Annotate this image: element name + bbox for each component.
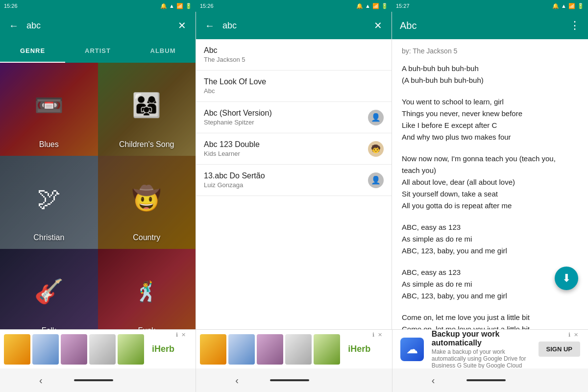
status-bar-1: 15:26 🔔 ▲ 📶 🔋 — [0, 0, 196, 12]
genre-item-childrens[interactable]: 👨‍👩‍👧 Children's Song — [98, 63, 196, 156]
nav-home-indicator-1 — [74, 379, 113, 381]
battery-icon-2: 🔋 — [381, 3, 388, 9]
song-title-4: 13.abc Do Sertão — [204, 172, 265, 180]
nav-back-button-2[interactable]: ‹ — [235, 375, 239, 386]
genre-item-country[interactable]: 🤠 Country — [98, 156, 196, 249]
genre-item-christian[interactable]: 🕊 Christian — [0, 156, 98, 249]
status-bar-2: 15:26 🔔 ▲ 📶 🔋 — [196, 0, 392, 12]
ad-product-2-2 — [228, 334, 255, 365]
lyrics-para-5: Come on, let me love you just a little b… — [402, 312, 578, 329]
lyrics-para-1: You went to school to learn, girl Things… — [402, 96, 578, 143]
alarm-icon-1: 🔔 — [160, 3, 167, 9]
search-item-text-3: Abc 123 Double Kids Learner — [204, 140, 260, 157]
search-item-text-2: Abc (Short Version) Stephanie Spitzer — [204, 109, 272, 126]
panel-search: ← ✕ Abc The Jackson 5 The Look Of Love A… — [196, 12, 392, 329]
signal-icon-1: 📶 — [176, 3, 183, 9]
lyrics-para-3: ABC, easy as 123 As simple as do re mi A… — [402, 221, 578, 257]
wifi-icon-2: ▲ — [365, 3, 370, 9]
ad-panel-1: ℹ ✕ iHerb — [0, 330, 196, 368]
alarm-icon-3: 🔔 — [552, 3, 559, 9]
wifi-icon-1: ▲ — [169, 3, 174, 9]
ad-large-3: ☁ Backup your work automatically Make a … — [392, 330, 588, 368]
ad-product-2-4 — [285, 334, 312, 365]
song-title-2: Abc (Short Version) — [204, 109, 272, 118]
search-item-text-0: Abc The Jackson 5 — [204, 46, 245, 63]
ad-close-icon-1[interactable]: ✕ — [181, 332, 186, 338]
genre-search-input[interactable] — [26, 21, 169, 31]
ad-info-icon-2[interactable]: ℹ — [372, 332, 374, 338]
genre-clear-button[interactable]: ✕ — [174, 18, 190, 33]
ad-close-icon-2[interactable]: ✕ — [378, 332, 382, 338]
ad-info-icon-1[interactable]: ℹ — [176, 332, 178, 338]
search-results-list: Abc The Jackson 5 The Look Of Love Abc A… — [196, 39, 392, 329]
genre-label-country: Country — [98, 233, 196, 249]
search-input[interactable] — [222, 21, 365, 31]
tab-artist[interactable]: ARTIST — [65, 39, 130, 63]
status-icons-2: 🔔 ▲ 📶 🔋 — [356, 3, 388, 9]
search-result-0[interactable]: Abc The Jackson 5 — [196, 39, 392, 71]
nav-back-button-3[interactable]: ‹ — [432, 375, 435, 386]
ad-panel-2: ℹ ✕ iHerb — [196, 330, 392, 368]
ad-signup-button[interactable]: SIGN UP — [539, 342, 580, 357]
genre-grid: 📼 Blues 👨‍👩‍👧 Children's Song 🕊 Christia… — [0, 63, 196, 329]
lyrics-text-4: ABC, easy as 123 As simple as do re mi A… — [402, 267, 578, 302]
status-icons-1: 🔔 ▲ 📶 🔋 — [160, 3, 192, 9]
genre-icon-christian: 🕊 — [37, 185, 61, 212]
tab-genre[interactable]: GENRE — [0, 39, 65, 63]
lyrics-para-4: ABC, easy as 123 As simple as do re mi A… — [402, 267, 578, 302]
lyrics-by: by: The Jackson 5 — [402, 47, 578, 55]
ad-large-desc-3: Make a backup of your work automatically… — [432, 348, 531, 369]
genre-label-funk: Funk — [98, 326, 196, 329]
lyrics-text-2: Now now now, I'm gonna teach you (teach … — [402, 153, 578, 212]
panel-lyrics-wrapper: Abc ⋮ by: The Jackson 5 A buh-buh buh bu… — [392, 12, 588, 329]
genre-item-funk[interactable]: 🕺 Funk — [98, 249, 196, 329]
lyrics-text-0: A buh-buh buh buh-buh (A buh-buh buh buh… — [402, 63, 578, 86]
nav-home-indicator-2 — [270, 379, 309, 381]
genre-back-button[interactable]: ← — [6, 18, 22, 33]
tab-album[interactable]: ALBUM — [130, 39, 196, 63]
time-2: 15:26 — [200, 3, 214, 9]
song-artist-0: The Jackson 5 — [204, 56, 245, 63]
search-result-4[interactable]: 13.abc Do Sertão Luiz Gonzaga 👤 — [196, 165, 392, 196]
battery-icon-1: 🔋 — [185, 3, 192, 9]
status-bar-3: 15:27 🔔 ▲ 📶 🔋 — [392, 0, 588, 12]
search-back-button[interactable]: ← — [202, 18, 218, 33]
nav-bar-3: ‹ — [392, 368, 588, 392]
song-artist-1: Abc — [204, 87, 266, 95]
iherb-logo-2[interactable]: iHerb — [344, 342, 374, 356]
ad-products-2 — [196, 330, 344, 368]
status-bars: 15:26 🔔 ▲ 📶 🔋 15:26 🔔 ▲ 📶 🔋 15:27 🔔 ▲ 📶 … — [0, 0, 588, 12]
ad-product-1-1 — [4, 334, 30, 365]
wifi-icon-3: ▲ — [561, 3, 566, 9]
search-result-3[interactable]: Abc 123 Double Kids Learner 🧒 — [196, 133, 392, 165]
song-title-1: The Look Of Love — [204, 77, 266, 86]
genre-icon-blues: 📼 — [34, 92, 64, 119]
nav-back-button-1[interactable]: ‹ — [39, 375, 43, 386]
status-icons-3: 🔔 ▲ 📶 🔋 — [552, 3, 584, 9]
search-result-1[interactable]: The Look Of Love Abc — [196, 71, 392, 102]
time-1: 15:26 — [4, 3, 18, 9]
genre-item-folk[interactable]: 🎸 Folk — [0, 249, 98, 329]
lyrics-menu-button[interactable]: ⋮ — [569, 19, 580, 32]
ad-product-2-3 — [257, 334, 283, 365]
ad-product-1-3 — [61, 334, 87, 365]
search-item-avatar-3: 🧒 — [368, 141, 384, 157]
download-fab[interactable]: ⬇ — [555, 267, 578, 290]
genre-item-blues[interactable]: 📼 Blues — [0, 63, 98, 156]
lyrics-text-3: ABC, easy as 123 As simple as do re mi A… — [402, 221, 578, 257]
genre-tabs: GENRE ARTIST ALBUM — [0, 39, 196, 63]
genre-icon-funk: 🕺 — [134, 280, 159, 303]
iherb-logo-1[interactable]: iHerb — [148, 342, 178, 356]
signal-icon-3: 📶 — [568, 3, 575, 9]
song-artist-4: Luiz Gonzaga — [204, 181, 265, 189]
battery-icon-3: 🔋 — [577, 3, 584, 9]
search-result-2[interactable]: Abc (Short Version) Stephanie Spitzer 👤 — [196, 102, 392, 133]
lyrics-text-5: Come on, let me love you just a little b… — [402, 312, 578, 329]
genre-label-blues: Blues — [0, 140, 98, 156]
song-title-0: Abc — [204, 46, 245, 55]
nav-bar-1: ‹ — [0, 368, 196, 392]
search-clear-button[interactable]: ✕ — [370, 18, 386, 33]
genre-icon-folk: 🎸 — [34, 278, 64, 305]
search-toolbar: ← ✕ — [196, 12, 392, 39]
genre-icon-childrens: 👨‍👩‍👧 — [132, 92, 161, 119]
